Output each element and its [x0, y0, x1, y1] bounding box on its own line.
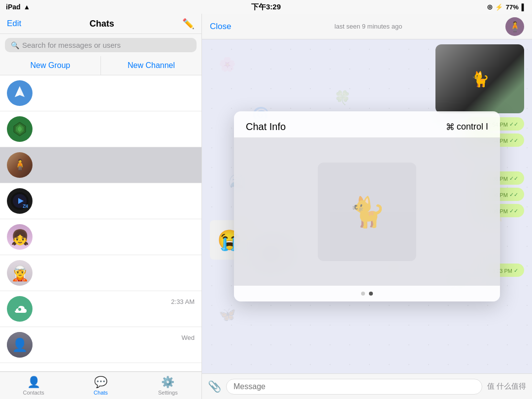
- status-time: 下午3:29: [251, 2, 281, 12]
- wifi-icon: ▲: [24, 3, 31, 11]
- chat-item[interactable]: ZH: [0, 183, 201, 219]
- chat-header-center: last seen 9 minutes ago: [231, 23, 505, 30]
- chat-item[interactable]: 🧍: [0, 147, 201, 183]
- right-panel: Close last seen 9 minutes ago 🧍 🌸 🐕 🌀 🍎 …: [202, 14, 532, 399]
- status-bar: iPad ▲ 下午3:29 ◎ ⚡ 77% ▌: [0, 0, 532, 14]
- context-menu-pagination: [234, 286, 500, 301]
- status-left: iPad ▲: [6, 3, 30, 11]
- context-menu-overlay: Chat Info ⌘ control I 🐈: [202, 39, 532, 373]
- avatar: 👧: [7, 224, 33, 250]
- new-actions-bar: New Group New Channel: [0, 56, 201, 75]
- search-container: 🔍 Search for messages or users: [0, 34, 201, 56]
- location-icon: ◎: [487, 3, 492, 10]
- context-menu-header: Chat Info ⌘ control I: [234, 111, 500, 138]
- chat-item[interactable]: 👧: [0, 219, 201, 255]
- search-icon: 🔍: [11, 41, 19, 49]
- settings-label: Settings: [158, 390, 178, 396]
- battery-label: 77%: [506, 3, 519, 11]
- input-right-text: 值 什么值得: [487, 382, 526, 391]
- contacts-label: Contacts: [23, 390, 44, 396]
- shortcut-key: control I: [457, 122, 488, 132]
- context-menu-shortcut: ⌘ control I: [446, 122, 488, 133]
- tab-settings[interactable]: ⚙️ Settings: [134, 376, 201, 396]
- message-input-bar: 📎 值 什么值得: [202, 373, 532, 399]
- search-placeholder: Search for messages or users: [22, 41, 121, 49]
- chat-time: Wed: [182, 334, 195, 341]
- avatar: 👤: [7, 332, 33, 358]
- contacts-icon: 👤: [27, 376, 40, 389]
- search-bar[interactable]: 🔍 Search for messages or users: [5, 38, 197, 52]
- chat-time: 2:33 AM: [171, 298, 195, 305]
- avatar: 🧝: [7, 260, 33, 286]
- chat-item[interactable]: 🧝: [0, 255, 201, 291]
- chat-info: [38, 272, 195, 273]
- avatar: [7, 296, 33, 322]
- status-right: ◎ ⚡ 77% ▌: [487, 3, 526, 11]
- main-content: Edit Chats ✏️ 🔍 Search for messages or u…: [0, 14, 532, 399]
- attach-button[interactable]: 📎: [208, 380, 221, 393]
- avatar: ZH: [7, 188, 33, 214]
- context-menu-title[interactable]: Chat Info: [246, 121, 286, 133]
- edit-button[interactable]: Edit: [7, 19, 21, 29]
- chats-tab-label: Chats: [94, 390, 108, 396]
- header-avatar[interactable]: 🧍: [505, 17, 524, 36]
- chat-item[interactable]: 2:33 AM: [0, 291, 201, 327]
- context-menu-image: 🐈: [234, 138, 500, 286]
- avatar: [7, 80, 33, 106]
- tab-bar: 👤 Contacts 💬 Chats ⚙️ Settings: [0, 371, 201, 399]
- chats-icon: 💬: [94, 376, 107, 389]
- chat-list: 🧍 ZH: [0, 75, 201, 371]
- bluetooth-icon: ⚡: [495, 3, 503, 11]
- ipad-label: iPad: [6, 3, 21, 11]
- chat-status: last seen 9 minutes ago: [231, 23, 505, 30]
- avatar: 🧍: [7, 152, 33, 178]
- shortcut-symbol: ⌘: [446, 122, 455, 133]
- compose-button[interactable]: ✏️: [182, 18, 195, 30]
- new-group-button[interactable]: New Group: [0, 56, 101, 75]
- preview-placeholder: 🐈: [318, 163, 416, 261]
- message-input[interactable]: [226, 379, 482, 395]
- settings-icon: ⚙️: [161, 376, 174, 389]
- chat-item[interactable]: [0, 75, 201, 111]
- tab-chats[interactable]: 💬 Chats: [67, 376, 134, 396]
- new-channel-button[interactable]: New Channel: [101, 56, 201, 75]
- tab-contacts[interactable]: 👤 Contacts: [0, 376, 67, 396]
- chat-header: Close last seen 9 minutes ago 🧍: [202, 14, 532, 39]
- dot-2[interactable]: [369, 292, 373, 296]
- dot-1[interactable]: [361, 292, 365, 296]
- chat-item[interactable]: [0, 111, 201, 147]
- chats-header: Edit Chats ✏️: [0, 14, 201, 34]
- chat-item[interactable]: 👤 Wed: [0, 327, 201, 363]
- left-panel: Edit Chats ✏️ 🔍 Search for messages or u…: [0, 14, 202, 399]
- close-button[interactable]: Close: [210, 22, 231, 32]
- svg-text:ZH: ZH: [23, 204, 28, 209]
- chats-title: Chats: [90, 19, 114, 29]
- context-menu: Chat Info ⌘ control I 🐈: [234, 111, 500, 301]
- avatar: [7, 116, 33, 142]
- battery-icon: ▌: [522, 3, 526, 11]
